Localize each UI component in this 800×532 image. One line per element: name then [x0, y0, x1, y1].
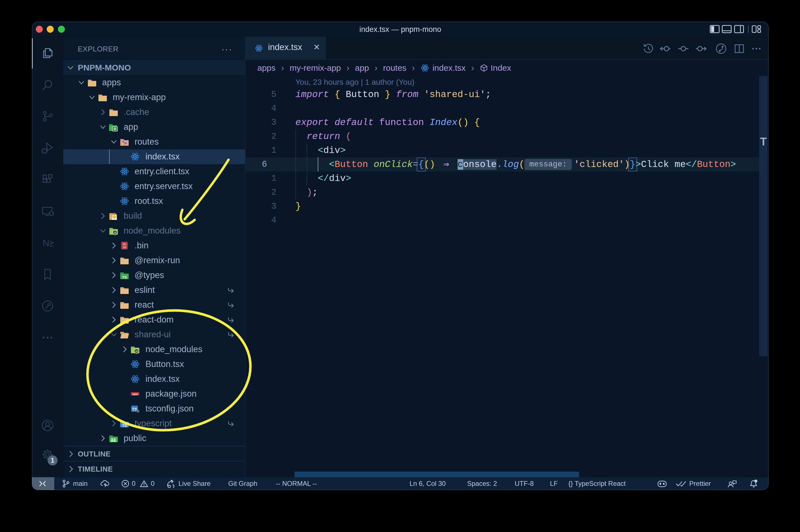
svg-text:10: 10 — [123, 246, 126, 249]
svg-text:npm: npm — [132, 393, 138, 396]
svg-text:01: 01 — [123, 243, 126, 246]
svg-text:TS: TS — [122, 423, 127, 428]
svg-text:JS: JS — [114, 231, 117, 234]
svg-text:JS: JS — [135, 350, 138, 353]
svg-text:N: N — [42, 238, 50, 248]
svg-text:TS: TS — [122, 275, 127, 280]
